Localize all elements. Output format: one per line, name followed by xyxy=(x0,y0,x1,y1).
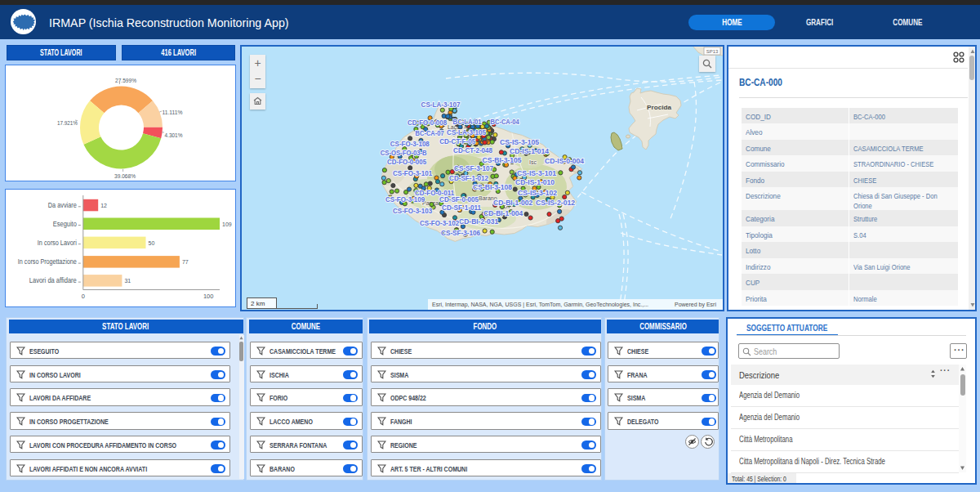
svg-text:27.599%: 27.599% xyxy=(115,77,136,84)
svg-text:CD-FO-0-008: CD-FO-0-008 xyxy=(408,119,447,127)
svg-text:Da avviare: Da avviare xyxy=(48,201,77,209)
svg-text:CS-IS-2-012: CS-IS-2-012 xyxy=(536,199,575,207)
svg-text:100: 100 xyxy=(203,293,214,300)
svg-text:11.111%: 11.111% xyxy=(163,109,183,116)
svg-text:CD-BI-1-004: CD-BI-1-004 xyxy=(483,209,523,217)
svg-text:BC-LA-01: BC-LA-01 xyxy=(453,118,482,126)
svg-text:CD-SF-1-012: CD-SF-1-012 xyxy=(449,174,488,182)
svg-text:BC-CA-04: BC-CA-04 xyxy=(491,118,519,126)
svg-text:50: 50 xyxy=(149,240,155,246)
svg-text:CS-IS-3-101: CS-IS-3-101 xyxy=(517,169,556,177)
svg-text:CS-SF-3-107: CS-SF-3-107 xyxy=(454,164,493,172)
svg-text:Eseguito: Eseguito xyxy=(53,220,77,228)
svg-text:In corso Lavori: In corso Lavori xyxy=(38,239,77,247)
svg-text:CD-SF-0-005: CD-SF-0-005 xyxy=(439,195,479,204)
svg-text:Procida: Procida xyxy=(647,104,672,111)
svg-text:CD-CT-2-048: CD-CT-2-048 xyxy=(453,146,492,154)
svg-text:12: 12 xyxy=(100,203,107,208)
svg-text:SP13: SP13 xyxy=(706,49,719,54)
svg-text:Isc: Isc xyxy=(529,159,537,165)
svg-text:31: 31 xyxy=(124,278,131,284)
svg-text:CS-BI-3-105: CS-BI-3-105 xyxy=(483,156,522,164)
svg-text:CD-FO-0-005: CD-FO-0-005 xyxy=(387,158,426,166)
svg-text:CS-LA-3-105: CS-LA-3-105 xyxy=(447,128,486,136)
svg-text:39.068%: 39.068% xyxy=(114,172,136,180)
svg-text:CS-IS-3-102: CS-IS-3-102 xyxy=(518,189,557,197)
svg-text:CS-FO-3-101: CS-FO-3-101 xyxy=(393,169,432,177)
svg-text:CD-BI-2-031: CD-BI-2-031 xyxy=(459,217,498,226)
svg-text:0: 0 xyxy=(82,293,85,300)
svg-text:77: 77 xyxy=(182,259,189,265)
svg-text:109: 109 xyxy=(222,221,232,227)
svg-text:CS-FO-3-109: CS-FO-3-109 xyxy=(385,195,425,204)
svg-text:In corso Progettazione: In corso Progettazione xyxy=(18,257,77,266)
svg-text:CD-BI-1-002: CD-BI-1-002 xyxy=(493,199,532,207)
svg-text:CD-IS-1-014: CD-IS-1-014 xyxy=(510,147,549,155)
svg-text:CD-SF-1-011: CD-SF-1-011 xyxy=(442,204,481,212)
svg-text:CS-FO-3-108: CS-FO-3-108 xyxy=(390,140,430,148)
svg-text:17.921%: 17.921% xyxy=(57,119,78,127)
svg-text:CS-BI-3-108: CS-BI-3-108 xyxy=(473,183,512,191)
svg-text:Lavori da affidare: Lavori da affidare xyxy=(29,276,77,284)
svg-text:CS-IS-3-105: CS-IS-3-105 xyxy=(500,138,539,146)
svg-text:CS-OS-FO-03-B: CS-OS-FO-03-B xyxy=(381,149,427,157)
svg-text:CD-IS-0-004: CD-IS-0-004 xyxy=(545,157,584,165)
svg-text:CS-LA-3-107: CS-LA-3-107 xyxy=(421,101,461,109)
svg-text:4.301%: 4.301% xyxy=(165,132,183,139)
svg-text:CD-IS-1-010: CD-IS-1-010 xyxy=(515,178,555,186)
svg-text:CD-CT-F-05: CD-CT-F-05 xyxy=(439,137,475,145)
svg-text:CS-FO-3-102: CS-FO-3-102 xyxy=(420,219,459,227)
svg-text:CS-SF-3-106: CS-SF-3-106 xyxy=(441,229,480,237)
svg-text:CS-FO-3-103: CS-FO-3-103 xyxy=(393,207,432,215)
svg-text:BC-CA-07: BC-CA-07 xyxy=(416,129,444,137)
